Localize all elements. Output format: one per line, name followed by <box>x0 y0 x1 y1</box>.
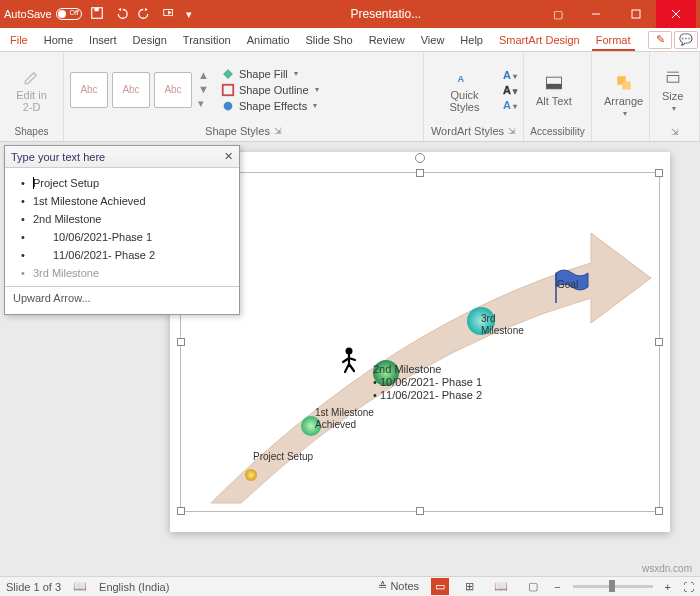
tab-transitions[interactable]: Transition <box>175 30 239 50</box>
text-item[interactable]: 1st Milestone Achieved <box>19 192 235 210</box>
fit-to-window-icon[interactable]: ⛶ <box>683 581 694 593</box>
tab-format[interactable]: Format <box>588 30 639 50</box>
ribbon: Edit in 2-D Shapes Abc Abc Abc ▲ ▼ ▾ Sha… <box>0 52 700 142</box>
shape-styles-launcher-icon[interactable]: ⇲ <box>274 126 282 136</box>
text-item[interactable]: Project Setup <box>19 174 235 192</box>
shape-effects-button[interactable]: Shape Effects▾ <box>221 99 319 113</box>
walker-icon <box>343 348 355 373</box>
shape-outline-icon <box>221 83 235 97</box>
ribbon-display-icon[interactable]: ▢ <box>540 8 576 21</box>
text-item[interactable]: 11/06/2021- Phase 2 <box>19 246 235 264</box>
shape-style-preset-3[interactable]: Abc <box>154 72 192 108</box>
svg-rect-14 <box>667 76 679 83</box>
window-title: Presentatio... <box>192 7 540 21</box>
rotate-handle-icon[interactable] <box>415 153 425 163</box>
notes-button[interactable]: ≙ Notes <box>378 580 419 593</box>
group-wordart-label: WordArt Styles <box>431 125 504 137</box>
label-milestone-1: 1st Milestone Achieved <box>315 407 375 431</box>
group-shape-styles-label: Shape Styles <box>205 125 270 137</box>
resize-handle[interactable] <box>177 507 185 515</box>
gallery-down-icon[interactable]: ▼ <box>198 83 209 95</box>
text-fill-button[interactable]: A▾ <box>503 69 517 81</box>
shape-fill-button[interactable]: Shape Fill▾ <box>221 67 319 81</box>
arrange-icon <box>614 73 634 93</box>
group-shapes-label: Shapes <box>6 126 57 139</box>
close-button[interactable] <box>656 0 696 28</box>
label-project-setup: Project Setup <box>253 451 313 463</box>
shape-outline-button[interactable]: Shape Outline▾ <box>221 83 319 97</box>
arrange-button[interactable]: Arrange▾ <box>598 71 649 120</box>
normal-view-icon[interactable]: ▭ <box>431 578 449 595</box>
share-button[interactable]: ✎ <box>648 31 672 49</box>
text-effects-button[interactable]: A▾ <box>503 99 517 111</box>
titlebar: AutoSave Off ▾ Presentatio... ▢ <box>0 0 700 28</box>
size-button[interactable]: Size▾ <box>656 66 689 115</box>
tab-slideshow[interactable]: Slide Sho <box>298 30 361 50</box>
maximize-button[interactable] <box>616 0 656 28</box>
spellcheck-icon[interactable]: 📖 <box>73 580 87 593</box>
autosave-label: AutoSave <box>4 8 52 20</box>
smartart-text-pane[interactable]: Type your text here ✕ Project Setup 1st … <box>4 145 240 315</box>
resize-handle[interactable] <box>177 338 185 346</box>
zoom-slider[interactable] <box>573 585 653 588</box>
slide-counter[interactable]: Slide 1 of 3 <box>6 581 61 593</box>
shape-effects-icon <box>221 99 235 113</box>
tab-animations[interactable]: Animatio <box>239 30 298 50</box>
label-milestone-3: 3rd Milestone <box>481 313 531 337</box>
tab-view[interactable]: View <box>413 30 453 50</box>
text-item[interactable]: 3rd Milestone <box>19 264 235 282</box>
language-indicator[interactable]: English (India) <box>99 581 169 593</box>
statusbar: Slide 1 of 3 📖 English (India) ≙ Notes ▭… <box>0 576 700 596</box>
resize-handle[interactable] <box>416 169 424 177</box>
tab-home[interactable]: Home <box>36 30 81 50</box>
text-pane-header: Type your text here ✕ <box>5 146 239 168</box>
tab-review[interactable]: Review <box>361 30 413 50</box>
edit-2d-icon <box>22 67 42 87</box>
text-pane-body[interactable]: Project Setup 1st Milestone Achieved 2nd… <box>5 168 239 286</box>
svg-rect-7 <box>223 84 234 95</box>
start-from-beginning-icon[interactable] <box>162 6 176 22</box>
zoom-out-icon[interactable]: − <box>554 581 560 593</box>
text-pane-close-icon[interactable]: ✕ <box>224 150 233 163</box>
undo-icon[interactable] <box>114 6 128 22</box>
ribbon-tabs: File Home Insert Design Transition Anima… <box>0 28 700 52</box>
smartart-selection[interactable]: Project Setup 1st Milestone Achieved 2nd… <box>180 172 660 512</box>
size-launcher-icon[interactable]: ⇲ <box>671 127 679 137</box>
shape-style-preset-2[interactable]: Abc <box>112 72 150 108</box>
reading-view-icon[interactable]: 📖 <box>490 578 512 595</box>
quick-access-toolbar: ▾ <box>90 6 192 22</box>
slide[interactable]: Project Setup 1st Milestone Achieved 2nd… <box>170 152 670 532</box>
quick-styles-button[interactable]: A Quick Styles <box>430 65 499 115</box>
svg-rect-4 <box>632 10 640 18</box>
slide-sorter-icon[interactable]: ⊞ <box>461 578 478 595</box>
tab-smartart-design[interactable]: SmartArt Design <box>491 30 588 50</box>
watermark: wsxdn.com <box>642 563 692 574</box>
minimize-button[interactable] <box>576 0 616 28</box>
autosave-toggle[interactable]: AutoSave Off <box>4 8 82 20</box>
tab-file[interactable]: File <box>2 30 36 50</box>
text-pane-footer: Upward Arrow... <box>5 286 239 309</box>
size-icon <box>663 68 683 88</box>
alt-text-icon <box>544 73 564 93</box>
shape-style-preset-1[interactable]: Abc <box>70 72 108 108</box>
svg-point-16 <box>245 469 257 481</box>
gallery-up-icon[interactable]: ▲ <box>198 69 209 81</box>
tab-insert[interactable]: Insert <box>81 30 125 50</box>
svg-text:A: A <box>457 74 464 84</box>
comments-button[interactable]: 💬 <box>674 31 698 49</box>
edit-in-2d-button: Edit in 2-D <box>6 65 57 115</box>
svg-rect-11 <box>546 84 561 89</box>
tab-design[interactable]: Design <box>125 30 175 50</box>
save-icon[interactable] <box>90 6 104 22</box>
zoom-in-icon[interactable]: + <box>665 581 671 593</box>
tab-help[interactable]: Help <box>452 30 491 50</box>
wordart-launcher-icon[interactable]: ⇲ <box>508 126 516 136</box>
alt-text-button[interactable]: Alt Text <box>530 71 578 109</box>
redo-icon[interactable] <box>138 6 152 22</box>
gallery-more-icon[interactable]: ▾ <box>198 97 209 110</box>
slideshow-view-icon[interactable]: ▢ <box>524 578 542 595</box>
text-item[interactable]: 10/06/2021-Phase 1 <box>19 228 235 246</box>
resize-handle[interactable] <box>655 169 663 177</box>
text-outline-button[interactable]: A▾ <box>503 84 517 96</box>
text-item[interactable]: 2nd Milestone <box>19 210 235 228</box>
